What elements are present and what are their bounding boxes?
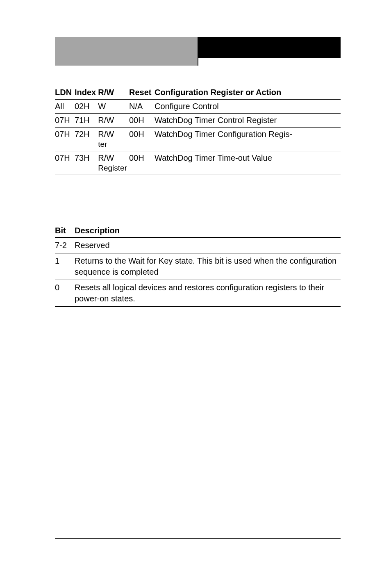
header-bar: [55, 37, 341, 66]
cell-desc: WatchDog Timer Configuration Regis-: [155, 128, 341, 151]
header-ldn: LDN: [55, 86, 75, 99]
cell-ldn: 07H: [55, 114, 75, 128]
cell-desc: WatchDog Timer Control Register: [155, 114, 341, 128]
rw-suffix: Register: [98, 164, 127, 173]
table-row: All 02H W N/A Configure Control: [55, 99, 341, 114]
cell-bit: 1: [55, 253, 75, 280]
bit-table: Bit Description 7-2 Reserved 1 Returns t…: [55, 224, 341, 307]
table-row: 07H 71H R/W 00H WatchDog Timer Control R…: [55, 114, 341, 128]
cell-reset: 00H: [129, 128, 155, 151]
rw-suffix: ter: [98, 140, 127, 149]
header-bit: Bit: [55, 224, 75, 237]
cell-desc: Reserved: [75, 237, 341, 253]
header-desc: Description: [75, 224, 341, 237]
rw-value: R/W: [98, 153, 114, 162]
table-row: 0 Resets all logical devices and restore…: [55, 280, 341, 307]
table-row: 07H 72H R/W ter 00H WatchDog Timer Confi…: [55, 128, 341, 151]
rw-value: R/W: [98, 116, 114, 125]
cell-index: 02H: [75, 99, 98, 114]
footer-divider: [55, 538, 341, 539]
table-header-row: Bit Description: [55, 224, 341, 237]
cell-index: 72H: [75, 128, 98, 151]
cell-reset: 00H: [129, 151, 155, 175]
cell-ldn: 07H: [55, 128, 75, 151]
cell-desc: Resets all logical devices and restores …: [75, 280, 341, 307]
cell-reset: N/A: [129, 99, 155, 114]
cell-index: 73H: [75, 151, 98, 175]
table-header-row: LDN Index R/W Reset Configuration Regist…: [55, 86, 341, 99]
table-row: 7-2 Reserved: [55, 237, 341, 253]
cell-index: 71H: [75, 114, 98, 128]
register-table: LDN Index R/W Reset Configuration Regist…: [55, 86, 341, 175]
cell-reset: 00H: [129, 114, 155, 128]
header-desc: Configuration Register or Action: [155, 86, 341, 99]
cell-rw: R/W ter: [98, 128, 129, 151]
cell-rw: R/W Register: [98, 151, 129, 175]
header-index: Index: [75, 86, 98, 99]
cell-ldn: All: [55, 99, 75, 114]
header-reset: Reset: [129, 86, 155, 99]
register-table-wrapper: LDN Index R/W Reset Configuration Regist…: [55, 86, 341, 175]
cell-bit: 7-2: [55, 237, 75, 253]
rw-value: R/W: [98, 130, 114, 139]
header-black-section: [198, 37, 341, 66]
bit-table-wrapper: Bit Description 7-2 Reserved 1 Returns t…: [55, 224, 341, 307]
cell-rw: R/W: [98, 114, 129, 128]
table-row: 1 Returns to the Wait for Key state. Thi…: [55, 253, 341, 280]
cell-desc: WatchDog Timer Time-out Value: [155, 151, 341, 175]
header-gray-section: [55, 37, 198, 66]
header-rw: R/W: [98, 86, 129, 99]
rw-value: W: [98, 102, 106, 111]
cell-bit: 0: [55, 280, 75, 307]
cell-desc: Configure Control: [155, 99, 341, 114]
table-row: 07H 73H R/W Register 00H WatchDog Timer …: [55, 151, 341, 175]
cell-rw: W: [98, 99, 129, 114]
cell-ldn: 07H: [55, 151, 75, 175]
cell-desc: Returns to the Wait for Key state. This …: [75, 253, 341, 280]
